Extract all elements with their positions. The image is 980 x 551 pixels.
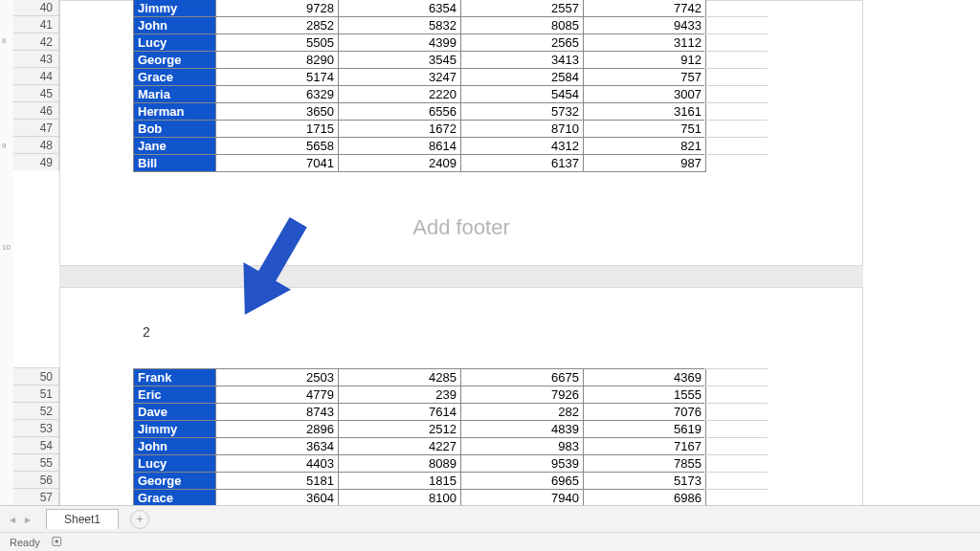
name-cell[interactable]: Dave	[134, 404, 216, 421]
row-header[interactable]: 53	[13, 419, 59, 436]
name-cell[interactable]: Bill	[134, 155, 216, 172]
value-cell[interactable]: 6354	[339, 0, 461, 17]
value-cell[interactable]: 8290	[216, 52, 339, 69]
name-cell[interactable]: Bob	[134, 121, 216, 138]
value-cell[interactable]: 6137	[461, 155, 584, 172]
add-sheet-button[interactable]: ＋	[130, 510, 149, 529]
value-cell[interactable]: 4779	[216, 386, 339, 404]
value-cell[interactable]: 3413	[461, 52, 584, 69]
value-cell[interactable]: 3545	[339, 52, 461, 69]
value-cell[interactable]: 9728	[216, 0, 339, 17]
macro-record-icon[interactable]	[52, 535, 65, 550]
value-cell[interactable]: 5505	[216, 34, 339, 52]
value-cell[interactable]: 821	[584, 138, 706, 155]
value-cell[interactable]: 1815	[339, 473, 461, 490]
name-cell[interactable]: Frank	[134, 369, 216, 386]
row-header[interactable]: 47	[13, 119, 59, 136]
value-cell[interactable]: 6329	[216, 86, 339, 103]
value-cell[interactable]: 912	[584, 52, 706, 69]
row-header[interactable]: 40	[13, 0, 59, 15]
value-cell[interactable]: 757	[584, 69, 706, 86]
row-header[interactable]: 49	[13, 153, 59, 170]
footer-placeholder[interactable]: Add footer	[59, 215, 863, 240]
value-cell[interactable]: 6965	[461, 473, 584, 490]
value-cell[interactable]: 9539	[461, 455, 584, 473]
page-number[interactable]: 2	[143, 324, 150, 340]
value-cell[interactable]: 3007	[584, 86, 706, 103]
value-cell[interactable]: 751	[584, 121, 706, 138]
value-cell[interactable]: 8743	[216, 404, 339, 421]
name-cell[interactable]: John	[134, 438, 216, 455]
value-cell[interactable]: 2584	[461, 69, 584, 86]
value-cell[interactable]: 4399	[339, 34, 461, 52]
value-cell[interactable]: 1715	[216, 121, 339, 138]
row-header[interactable]: 54	[13, 436, 59, 453]
value-cell[interactable]: 3161	[584, 103, 706, 121]
name-cell[interactable]: Grace	[134, 69, 216, 86]
row-header[interactable]: 42	[13, 33, 59, 50]
row-header[interactable]: 43	[13, 50, 59, 67]
value-cell[interactable]: 2852	[216, 17, 339, 34]
value-cell[interactable]: 6675	[461, 369, 584, 386]
value-cell[interactable]: 983	[461, 438, 584, 455]
row-header[interactable]: 50	[13, 367, 59, 385]
value-cell[interactable]: 7855	[584, 455, 706, 473]
value-cell[interactable]: 6556	[339, 103, 461, 121]
value-cell[interactable]: 8100	[339, 490, 461, 507]
value-cell[interactable]: 8710	[461, 121, 584, 138]
name-cell[interactable]: Jimmy	[134, 0, 216, 17]
value-cell[interactable]: 3247	[339, 69, 461, 86]
value-cell[interactable]: 3650	[216, 103, 339, 121]
value-cell[interactable]: 7742	[584, 0, 706, 17]
row-header[interactable]: 52	[13, 402, 59, 419]
name-cell[interactable]: Eric	[134, 386, 216, 404]
value-cell[interactable]: 7041	[216, 155, 339, 172]
value-cell[interactable]: 239	[339, 386, 461, 404]
name-cell[interactable]: Jimmy	[134, 421, 216, 438]
tab-prev-icon[interactable]: ◂	[6, 513, 19, 526]
value-cell[interactable]: 8614	[339, 138, 461, 155]
value-cell[interactable]: 7926	[461, 386, 584, 404]
name-cell[interactable]: Herman	[134, 103, 216, 121]
value-cell[interactable]: 3634	[216, 438, 339, 455]
value-cell[interactable]: 4285	[339, 369, 461, 386]
value-cell[interactable]: 4227	[339, 438, 461, 455]
value-cell[interactable]: 1672	[339, 121, 461, 138]
value-cell[interactable]: 9433	[584, 17, 706, 34]
value-cell[interactable]: 2220	[339, 86, 461, 103]
value-cell[interactable]: 8089	[339, 455, 461, 473]
value-cell[interactable]: 4839	[461, 421, 584, 438]
name-cell[interactable]: Maria	[134, 86, 216, 103]
name-cell[interactable]: Lucy	[134, 455, 216, 473]
value-cell[interactable]: 2512	[339, 421, 461, 438]
row-header[interactable]: 56	[13, 471, 59, 488]
row-header[interactable]: 51	[13, 385, 59, 402]
value-cell[interactable]: 8085	[461, 17, 584, 34]
sheet-tab[interactable]: Sheet1	[46, 509, 119, 529]
row-header[interactable]: 46	[13, 101, 59, 119]
value-cell[interactable]: 7614	[339, 404, 461, 421]
value-cell[interactable]: 5619	[584, 421, 706, 438]
row-header[interactable]: 44	[13, 67, 59, 84]
row-header[interactable]: 45	[13, 84, 59, 101]
value-cell[interactable]: 4312	[461, 138, 584, 155]
value-cell[interactable]: 5454	[461, 86, 584, 103]
value-cell[interactable]: 2565	[461, 34, 584, 52]
value-cell[interactable]: 4403	[216, 455, 339, 473]
value-cell[interactable]: 3112	[584, 34, 706, 52]
value-cell[interactable]: 7167	[584, 438, 706, 455]
value-cell[interactable]: 987	[584, 155, 706, 172]
value-cell[interactable]: 6986	[584, 490, 706, 507]
name-cell[interactable]: George	[134, 473, 216, 490]
row-header[interactable]: 48	[13, 136, 59, 153]
name-cell[interactable]: John	[134, 17, 216, 34]
value-cell[interactable]: 7940	[461, 490, 584, 507]
value-cell[interactable]: 5181	[216, 473, 339, 490]
tab-next-icon[interactable]: ▸	[21, 513, 34, 526]
value-cell[interactable]: 5832	[339, 17, 461, 34]
name-cell[interactable]: Lucy	[134, 34, 216, 52]
value-cell[interactable]: 2503	[216, 369, 339, 386]
name-cell[interactable]: Grace	[134, 490, 216, 507]
value-cell[interactable]: 3604	[216, 490, 339, 507]
value-cell[interactable]: 7076	[584, 404, 706, 421]
